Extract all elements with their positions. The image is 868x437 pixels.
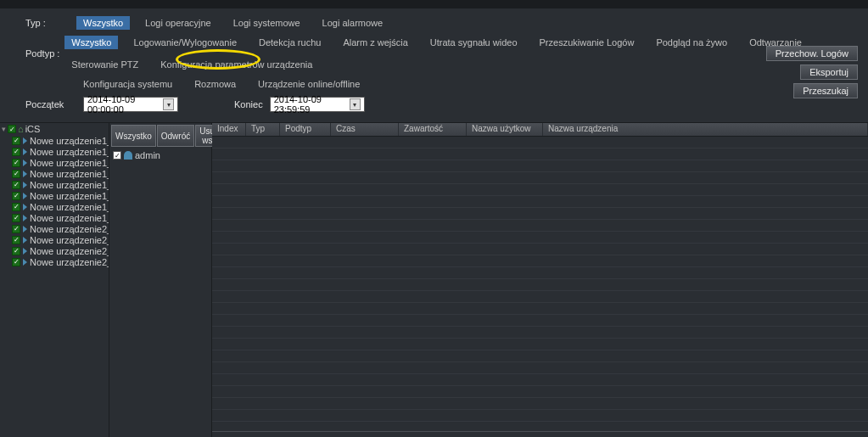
subtype-pill-alarm-in[interactable]: Alarm z wejścia: [336, 36, 414, 49]
tree-item-checkbox[interactable]: ✓: [12, 225, 20, 233]
user-row[interactable]: ✓ admin: [109, 148, 211, 162]
tree-item-label: Nowe urządzenie1_DEVICE: [30, 180, 109, 190]
device-tree-panel: ▾ ✓ ⌂ iCS ✓Nowe urządzenie1_DEVICE✓Nowe …: [0, 123, 109, 437]
camera-icon: [23, 160, 27, 166]
save-logs-button[interactable]: Przechow. Logów: [766, 46, 858, 61]
tree-item-label: Nowe urządzenie1_DEVICE: [30, 169, 109, 179]
tree-item-checkbox[interactable]: ✓: [12, 170, 20, 178]
grid-row-empty: [212, 267, 868, 279]
camera-icon: [23, 237, 27, 244]
tree-item[interactable]: ✓Nowe urządzenie2_CAMER: [0, 256, 109, 267]
start-date-input[interactable]: 2014-10-09 00:00:00 ▾: [83, 97, 178, 112]
subtype-pill-online-offline[interactable]: Urządzenie online/offline: [251, 77, 367, 91]
col-type[interactable]: Typ: [246, 123, 280, 136]
camera-icon: [23, 137, 27, 144]
tree-item-checkbox[interactable]: ✓: [12, 247, 20, 255]
type-pill-all[interactable]: Wszystko: [76, 16, 130, 30]
subtype-pill-ptz[interactable]: Sterowanie PTZ: [64, 58, 145, 71]
select-all-button[interactable]: Wszystko: [111, 125, 156, 147]
col-time[interactable]: Czas: [331, 123, 399, 136]
search-button[interactable]: Przeszukaj: [793, 83, 858, 98]
calendar-icon[interactable]: ▾: [350, 98, 361, 110]
col-subtype[interactable]: Podtyp: [280, 123, 331, 136]
tree-item-checkbox[interactable]: ✓: [12, 192, 20, 200]
tree-item[interactable]: ✓Nowe urządzenie1_DEVICE: [0, 146, 109, 157]
type-pill-operational[interactable]: Logi operacyjne: [138, 16, 218, 30]
camera-icon: [23, 204, 27, 210]
camera-icon: [23, 171, 27, 177]
tree-item[interactable]: ✓Nowe urządzenie1_DEVICE: [0, 212, 109, 223]
type-pill-system[interactable]: Logi systemowe: [227, 16, 307, 30]
type-pill-alarm[interactable]: Logi alarmowe: [316, 16, 390, 30]
grid-row-empty: [212, 244, 868, 255]
grid-row-empty: [212, 327, 868, 339]
tree-item-label: Nowe urządzenie1_DEVICE: [30, 136, 109, 146]
grid-row-empty: [212, 137, 868, 148]
tree-item[interactable]: ✓Nowe urządzenie1_DEVICE: [0, 179, 109, 190]
grid-row-empty: [212, 350, 868, 362]
tree-item-checkbox[interactable]: ✓: [12, 137, 20, 145]
type-label: Typ :: [25, 18, 76, 28]
col-device[interactable]: Nazwa urządzenia: [543, 123, 868, 136]
camera-icon: [23, 182, 27, 188]
grid-row-empty: [212, 172, 868, 184]
filter-panel: Typ : Wszystko Logi operacyjne Logi syst…: [0, 8, 868, 122]
grid-row-empty: [212, 160, 868, 172]
camera-icon: [23, 148, 27, 155]
grid-row-empty: [212, 339, 868, 350]
subtype-pill-log-search[interactable]: Przeszukiwanie Logów: [533, 36, 641, 49]
tree-root-checkbox[interactable]: ✓: [8, 125, 16, 133]
tree-item[interactable]: ✓Nowe urządzenie1_DEVICE: [0, 135, 109, 146]
user-name: admin: [135, 150, 160, 160]
subtype-pill-live[interactable]: Podgląd na żywo: [649, 36, 734, 49]
col-user[interactable]: Nazwa użytkow: [467, 123, 543, 136]
subtype-pills-row2: Konfiguracja systemu Rozmowa Urządzenie …: [76, 77, 367, 91]
tree-item[interactable]: ✓Nowe urządzenie2_CAMER: [0, 234, 109, 245]
subtype-pill-talk[interactable]: Rozmowa: [188, 77, 243, 91]
log-grid-panel: Index Typ Podtyp Czas Zawartość Nazwa uż…: [212, 123, 868, 437]
invert-button[interactable]: Odwróć: [157, 125, 194, 147]
export-button[interactable]: Eksportuj: [800, 64, 858, 80]
col-index[interactable]: Index: [212, 123, 246, 136]
subtype-pill-login[interactable]: Logowanie/Wylogowanie: [126, 36, 244, 49]
subtype-pill-all[interactable]: Wszystko: [64, 36, 118, 49]
tree-item-checkbox[interactable]: ✓: [12, 181, 20, 189]
end-date-value: 2014-10-09 23:59:59: [274, 94, 350, 115]
subtype-pill-device-config[interactable]: Konfiguracja parametrów urządzenia: [154, 58, 319, 71]
subtype-label: Podtyp :: [25, 48, 64, 59]
tree-item-label: Nowe urządzenie1_DEVICE: [30, 158, 109, 168]
tree-item[interactable]: ✓Nowe urządzenie1_DEVICE: [0, 190, 109, 201]
tree-item[interactable]: ✓Nowe urządzenie1_DEVICE: [0, 168, 109, 179]
tree-item[interactable]: ✓Nowe urządzenie2_CAMER: [0, 245, 109, 256]
tree-item-checkbox[interactable]: ✓: [12, 148, 20, 156]
subtype-pill-sys-config[interactable]: Konfiguracja systemu: [76, 77, 179, 91]
tree-item[interactable]: ✓Nowe urządzenie1_DEVICE: [0, 157, 109, 168]
grid-row-empty: [212, 374, 868, 386]
start-date-value: 2014-10-09 00:00:00: [87, 94, 163, 115]
grid-row-empty: [212, 279, 868, 291]
user-checkbox[interactable]: ✓: [113, 151, 121, 160]
tree-item-label: Nowe urządzenie1_DEVICE: [30, 191, 109, 201]
camera-icon: [23, 248, 27, 255]
grid-row-empty: [212, 398, 868, 410]
tree-item[interactable]: ✓Nowe urządzenie2_CAMER: [0, 223, 109, 234]
tree-item-checkbox[interactable]: ✓: [12, 236, 20, 244]
camera-icon: [23, 259, 27, 266]
tree-item-label: Nowe urządzenie2_CAMER: [30, 235, 109, 245]
tree-item[interactable]: ✓Nowe urządzenie1_DEVICE: [0, 201, 109, 212]
user-filter-panel: Wszystko Odwróć Usuń wsz ✓ admin: [109, 123, 212, 437]
calendar-icon[interactable]: ▾: [163, 98, 174, 110]
tree-item-checkbox[interactable]: ✓: [12, 214, 20, 222]
grid-row-empty: [212, 386, 868, 398]
end-date-input[interactable]: 2014-10-09 23:59:59 ▾: [270, 97, 365, 112]
tree-item-checkbox[interactable]: ✓: [12, 203, 20, 211]
tree-item-checkbox[interactable]: ✓: [12, 159, 20, 167]
grid-row-empty: [212, 362, 868, 374]
subtype-pill-video-loss[interactable]: Utrata sygnału wideo: [423, 36, 524, 49]
collapse-icon[interactable]: ▾: [2, 125, 6, 133]
grid-row-empty: [212, 303, 868, 315]
tree-item-checkbox[interactable]: ✓: [12, 258, 20, 266]
col-content[interactable]: Zawartość: [399, 123, 467, 136]
subtype-pill-motion[interactable]: Detekcja ruchu: [252, 36, 328, 49]
tree-root[interactable]: ▾ ✓ ⌂ iCS: [0, 123, 109, 135]
